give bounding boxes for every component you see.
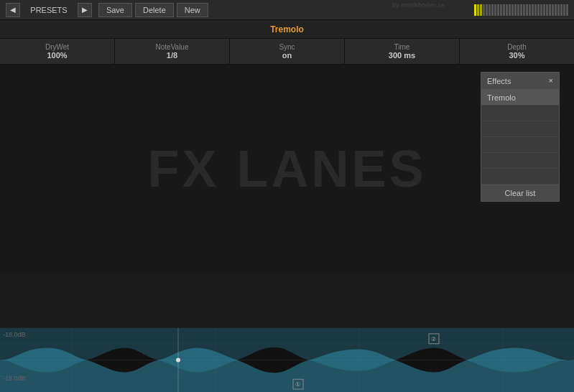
db-label-top: -18.0dB (3, 331, 26, 338)
param-item-depth[interactable]: Depth 30% (460, 39, 574, 64)
meter-bar (523, 4, 525, 16)
meter-bar (526, 4, 528, 16)
meter-bar (566, 4, 568, 16)
meter-bar (497, 4, 499, 16)
param-name-1: NoteValue (156, 43, 189, 51)
meter-bar (500, 4, 502, 16)
effect-item-5 (481, 169, 559, 185)
effect-item-4 (481, 153, 559, 169)
meter-bar (546, 4, 548, 16)
meter-bar (477, 4, 479, 16)
meter-bar (483, 4, 485, 16)
effect-title: Tremolo (270, 24, 304, 34)
meter-bar (491, 4, 494, 16)
param-value-2: on (282, 51, 292, 60)
top-bar: ◀ PRESETS ▶ Save Delete New by mustkbode… (0, 0, 574, 20)
prev-icon: ◀ (10, 6, 16, 14)
meter-bar (486, 4, 488, 16)
meter-bar (514, 4, 517, 16)
meter-bar (549, 4, 551, 16)
param-item-drywet[interactable]: DryWet 100% (0, 39, 115, 64)
meter-bar (529, 4, 531, 16)
effects-panel: Effects × Tremolo Clear list (481, 72, 560, 202)
waveform-svg: ① ② (0, 328, 574, 392)
param-item-sync[interactable]: Sync on (230, 39, 345, 64)
save-button[interactable]: Save (98, 3, 132, 17)
level-meter (474, 4, 568, 16)
effect-item-2 (481, 121, 559, 137)
meter-bar (517, 4, 519, 16)
meter-bar (494, 4, 496, 16)
title-bar: Tremolo (0, 20, 574, 39)
param-value-3: 300 ms (389, 51, 415, 60)
meter-bar (532, 4, 534, 16)
effect-item-0[interactable]: Tremolo (481, 90, 559, 106)
meter-bar (509, 4, 511, 16)
main-area: FX LANES Effects × Tremolo Clear list (0, 65, 574, 273)
watermark: by mustkboden.se (392, 0, 445, 10)
param-name-3: Time (394, 43, 410, 51)
meter-bar (555, 4, 557, 16)
meter-bar (503, 4, 505, 16)
svg-point-11 (176, 358, 180, 363)
meter-bar (489, 4, 491, 16)
meter-bar (474, 4, 476, 16)
meter-bar (534, 4, 537, 16)
db-label-bottom: -18.0dB (3, 375, 26, 382)
param-value-0: 100% (47, 51, 67, 60)
clear-list-button[interactable]: Clear list (481, 185, 559, 201)
param-item-time[interactable]: Time 300 ms (345, 39, 460, 64)
presets-label: PRESETS (20, 6, 78, 14)
meter-bar (537, 4, 540, 16)
waveform-area: -18.0dB -18.0dB ① ② (0, 327, 574, 392)
meter-bar (520, 4, 522, 16)
param-name-0: DryWet (45, 43, 69, 51)
meter-bar (480, 4, 482, 16)
param-value-1: 1/8 (167, 51, 177, 60)
meter-bar (511, 4, 514, 16)
meter-bar (560, 4, 563, 16)
meter-bar (506, 4, 508, 16)
meter-bar (552, 4, 554, 16)
param-name-2: Sync (279, 43, 295, 51)
param-name-4: Depth (507, 43, 527, 51)
effects-list: Tremolo (481, 90, 559, 185)
svg-text:②: ② (431, 336, 436, 342)
preset-prev-button[interactable]: ◀ (6, 3, 20, 17)
meter-bar (563, 4, 565, 16)
param-value-4: 30% (509, 51, 524, 60)
delete-button[interactable]: Delete (135, 3, 174, 17)
meter-bar (540, 4, 542, 16)
params-bar: DryWet 100% NoteValue 1/8 Sync on Time 3… (0, 39, 574, 65)
effects-header: Effects × (481, 73, 559, 90)
param-item-notevalue[interactable]: NoteValue 1/8 (115, 39, 230, 64)
effect-item-1 (481, 106, 559, 121)
new-button[interactable]: New (177, 3, 208, 17)
preset-next-button[interactable]: ▶ (78, 3, 92, 17)
effect-item-3 (481, 137, 559, 153)
effects-panel-title: Effects (487, 77, 511, 85)
next-icon: ▶ (82, 6, 88, 14)
meter-bar (543, 4, 545, 16)
fx-lanes-background: FX LANES (147, 139, 426, 198)
meter-bar (557, 4, 560, 16)
effects-close-button[interactable]: × (549, 77, 553, 85)
svg-text:①: ① (295, 381, 300, 388)
